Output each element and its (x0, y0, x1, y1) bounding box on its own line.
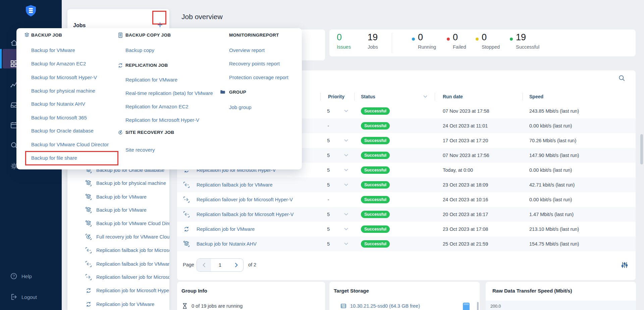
menu-item-replication-hyper-v[interactable]: Replication for Microsoft Hyper-V (125, 117, 199, 123)
monitoring-report-section-header: MONITORINGREPORT (229, 33, 279, 38)
hourglass-icon (181, 303, 188, 309)
job-list-item[interactable]: Backup job for physical machine (67, 176, 169, 190)
current-page-input[interactable]: 1 (211, 259, 229, 271)
status-badge: Successful (361, 122, 390, 130)
backup-icon (183, 240, 190, 248)
priority-column-header[interactable]: Priority (328, 94, 344, 99)
raw-speed-title: Raw Data Transfer Speed (Mbit/s) (492, 288, 572, 294)
backup-copy-job-icon (117, 32, 124, 39)
help-button[interactable]: ? Help (10, 272, 32, 280)
failback-icon (85, 260, 92, 268)
successful-count: 19 (516, 32, 526, 43)
running-label: Running (418, 44, 436, 50)
logout-button[interactable]: Logout (10, 293, 37, 301)
priority-dropdown-icon[interactable] (344, 228, 348, 230)
storage-row[interactable]: 10.30.21.25-ssd0 (64.3 GB free) (340, 303, 420, 309)
menu-item-overview-report[interactable]: Overview report (229, 47, 265, 53)
menu-item-backup-nutanix[interactable]: Backup for Nutanix AHV (31, 101, 85, 107)
job-list-item[interactable]: Backup job for VMware Cloud Director (67, 217, 169, 230)
menu-item-realtime-replication[interactable]: Real-time replication (beta) for VMware (125, 90, 213, 96)
add-job-menu: BACKUP JOB Backup for VMware Backup for … (16, 28, 302, 169)
menu-item-backup-copy[interactable]: Backup copy (125, 47, 154, 53)
storage-capacity-icon (463, 303, 470, 310)
failover-icon (85, 273, 92, 281)
target-storage-title: Target Storage (334, 288, 369, 294)
menu-item-replication-ec2[interactable]: Replication for Amazon EC2 (125, 104, 189, 109)
status-filter-chevron-icon[interactable] (423, 95, 427, 98)
priority-value: 5 (325, 108, 332, 114)
speed-chart-area (486, 301, 636, 310)
run-date: 24 Oct 2023 at 11:01 (443, 123, 488, 128)
jobs-label: Jobs (368, 44, 378, 50)
annotation-box-add-button (152, 11, 166, 24)
status-badge: Successful (361, 152, 390, 159)
menu-item-site-recovery[interactable]: Site recovery (125, 147, 155, 153)
speed-column-header[interactable]: Speed (529, 94, 543, 99)
menu-item-recovery-points-report[interactable]: Recovery points report (229, 61, 280, 66)
site-recovery-job-icon (117, 129, 124, 136)
run-date: 23 Oct 2023 at 17:08 (443, 226, 488, 232)
speed: 243.85 Mbit/s (last run) (529, 108, 579, 114)
column-divider (435, 93, 435, 101)
raw-speed-card: Raw Data Transfer Speed (Mbit/s) 200.0 (486, 282, 636, 310)
status-badge: Successful (361, 107, 390, 115)
job-list-item[interactable]: Replication job for Microsoft Hyper-V (67, 284, 169, 297)
speed: 147.90 Mbit/s (last run) (529, 153, 579, 158)
status-column-header[interactable]: Status (361, 94, 375, 99)
menu-item-backup-m365[interactable]: Backup for Microsoft 365 (31, 115, 87, 120)
job-list-item[interactable]: Replication job for VMware (67, 298, 169, 310)
table-settings-sliders-icon[interactable] (621, 261, 629, 269)
page-control: 1 (197, 258, 244, 272)
failover-icon (183, 196, 190, 203)
priority-dropdown-icon[interactable] (344, 169, 348, 171)
full-recovery-icon (85, 233, 92, 241)
menu-item-replication-vmware[interactable]: Replication for VMware (125, 77, 177, 83)
job-list-item[interactable]: Replication failover job for Microsoft H… (67, 270, 169, 284)
menu-item-protection-coverage-report[interactable]: Protection coverage report (229, 74, 288, 80)
priority-dropdown-icon[interactable] (344, 184, 348, 186)
speed: 0.00 kbit/s (last run) (529, 123, 572, 128)
priority-dropdown-icon[interactable] (344, 213, 348, 216)
menu-item-backup-hyper-v[interactable]: Backup for Microsoft Hyper-V (31, 74, 97, 80)
job-stats-card: 0 Issues 19 Jobs 0 Running 0 Failed 0 St… (329, 30, 636, 56)
svg-text:?: ? (13, 274, 15, 278)
group-info-title: Group Info (181, 288, 207, 294)
menu-item-backup-oracle[interactable]: Backup for Oracle database (31, 128, 94, 134)
failback-icon (85, 247, 92, 254)
table-row[interactable]: Backup job for Nutanix AHV 5 Successful … (177, 237, 636, 251)
job-list-item[interactable]: Replication failback job for VMware (67, 257, 169, 271)
job-list-item[interactable]: Full recovery job for VMware Cloud Direc… (67, 230, 169, 244)
menu-item-job-group[interactable]: Job group (229, 104, 252, 110)
page-scrollbar-thumb[interactable] (640, 134, 643, 164)
run-date: Today, at 0:00 (443, 167, 473, 173)
menu-item-backup-physical[interactable]: Backup for physical machine (31, 88, 95, 94)
priority-dropdown-icon[interactable] (344, 154, 348, 157)
backup-icon (85, 206, 92, 214)
successful-dot-icon (510, 38, 513, 41)
status-badge: Successful (361, 196, 390, 203)
table-row[interactable]: Replication failover job for Microsoft H… (177, 192, 636, 207)
speed-axis-tick: 200.0 (490, 304, 501, 309)
status-badge: Successful (361, 240, 390, 248)
table-row[interactable]: Replication failback job for Microsoft H… (177, 207, 636, 222)
job-list-item[interactable]: Replication failback job for Microsoft H… (67, 244, 169, 257)
run-date-column-header[interactable]: Run date (443, 94, 463, 99)
table-row[interactable]: Replication failback job for VMware 5 Su… (177, 177, 636, 192)
priority-dropdown-icon[interactable] (344, 110, 348, 112)
menu-item-backup-vmware[interactable]: Backup for VMware (31, 47, 75, 53)
priority-dropdown-icon[interactable] (344, 243, 348, 245)
status-badge: Successful (361, 225, 390, 233)
next-page-button[interactable] (229, 259, 243, 271)
search-icon[interactable] (618, 74, 626, 82)
card-scrollbar[interactable] (477, 302, 479, 310)
priority-dropdown-icon[interactable] (344, 139, 348, 142)
table-row[interactable]: Replication job for VMware 5 Successful … (177, 222, 636, 237)
priority-value: - (325, 197, 332, 202)
annotation-box-backup-file-share (25, 151, 118, 165)
previous-page-button[interactable] (197, 259, 211, 271)
logout-icon (10, 293, 17, 301)
job-list-item[interactable]: Backup job for VMware (67, 203, 169, 217)
menu-item-backup-amazon-ec2[interactable]: Backup for Amazon EC2 (31, 61, 86, 66)
job-list-item[interactable]: Backup job for VMware (67, 190, 169, 204)
menu-item-backup-vcd[interactable]: Backup for VMware Cloud Director (31, 142, 109, 147)
